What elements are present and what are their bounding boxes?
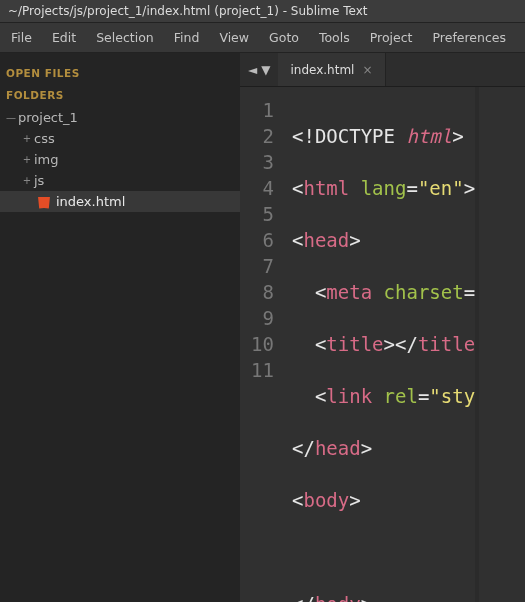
html5-icon xyxy=(36,194,52,209)
code-line: <link rel="sty xyxy=(292,383,475,409)
tab-bar: ◄ ▼ index.html × xyxy=(240,53,525,87)
code-line xyxy=(292,539,475,565)
close-icon[interactable]: × xyxy=(362,63,372,77)
tab-index-html[interactable]: index.html × xyxy=(278,53,385,86)
code-line: <head> xyxy=(292,227,475,253)
code-line: <title></title xyxy=(292,331,475,357)
menu-bar: File Edit Selection Find View Goto Tools… xyxy=(0,23,525,53)
line-number: 8 xyxy=(248,279,274,305)
line-number: 9 xyxy=(248,305,274,331)
minimap[interactable] xyxy=(475,87,479,602)
tree-folder-js[interactable]: + js xyxy=(0,170,240,191)
menu-tools[interactable]: Tools xyxy=(310,27,359,48)
menu-view[interactable]: View xyxy=(210,27,258,48)
folder-tree: — project_1 + css + img + js index.html xyxy=(0,105,240,214)
line-number: 5 xyxy=(248,201,274,227)
line-number: 7 xyxy=(248,253,274,279)
folder-label: css xyxy=(34,131,55,146)
menu-help[interactable]: Help xyxy=(517,27,525,48)
menu-selection[interactable]: Selection xyxy=(87,27,163,48)
folder-label: img xyxy=(34,152,59,167)
tree-folder-css[interactable]: + css xyxy=(0,128,240,149)
code-line: </head> xyxy=(292,435,475,461)
code-line: <html lang="en"> xyxy=(292,175,475,201)
folder-label: project_1 xyxy=(18,110,78,125)
line-number: 10 xyxy=(248,331,274,357)
code-line: <!DOCTYPE html> xyxy=(292,123,475,149)
code-area[interactable]: 1 2 3 4 5 6 7 8 9 10 11 <!DOCTYPE html> … xyxy=(240,87,525,602)
line-number: 3 xyxy=(248,149,274,175)
folder-label: js xyxy=(34,173,44,188)
tree-folder-img[interactable]: + img xyxy=(0,149,240,170)
code-content[interactable]: <!DOCTYPE html> <html lang="en"> <head> … xyxy=(288,87,475,602)
tab-dropdown-icon[interactable]: ▼ xyxy=(261,63,270,77)
chevron-down-icon: — xyxy=(4,112,18,123)
line-number: 2 xyxy=(248,123,274,149)
sidebar: OPEN FILES FOLDERS — project_1 + css + i… xyxy=(0,53,240,602)
folders-header: FOLDERS xyxy=(0,83,240,105)
line-number: 11 xyxy=(248,357,274,383)
code-line: </body> xyxy=(292,591,475,602)
tab-prev-icon[interactable]: ◄ xyxy=(248,63,257,77)
line-gutter: 1 2 3 4 5 6 7 8 9 10 11 xyxy=(240,87,288,602)
file-label: index.html xyxy=(56,194,125,209)
line-number: 4 xyxy=(248,175,274,201)
code-line: <body> xyxy=(292,487,475,513)
line-number: 1 xyxy=(248,97,274,123)
window-title: ~/Projects/js/project_1/index.html (proj… xyxy=(8,4,367,18)
tab-label: index.html xyxy=(290,63,354,77)
tree-file-index[interactable]: index.html xyxy=(0,191,240,212)
open-files-header: OPEN FILES xyxy=(0,61,240,83)
plus-icon: + xyxy=(20,154,34,165)
menu-preferences[interactable]: Preferences xyxy=(424,27,516,48)
window-titlebar: ~/Projects/js/project_1/index.html (proj… xyxy=(0,0,525,23)
main-area: OPEN FILES FOLDERS — project_1 + css + i… xyxy=(0,53,525,602)
menu-file[interactable]: File xyxy=(2,27,41,48)
plus-icon: + xyxy=(20,133,34,144)
tab-nav: ◄ ▼ xyxy=(240,63,278,77)
menu-goto[interactable]: Goto xyxy=(260,27,308,48)
code-line: <meta charset= xyxy=(292,279,475,305)
editor-pane: ◄ ▼ index.html × 1 2 3 4 5 6 7 8 9 10 11 xyxy=(240,53,525,602)
plus-icon: + xyxy=(20,175,34,186)
line-number: 6 xyxy=(248,227,274,253)
menu-find[interactable]: Find xyxy=(165,27,209,48)
tree-root[interactable]: — project_1 xyxy=(0,107,240,128)
menu-project[interactable]: Project xyxy=(361,27,422,48)
menu-edit[interactable]: Edit xyxy=(43,27,85,48)
